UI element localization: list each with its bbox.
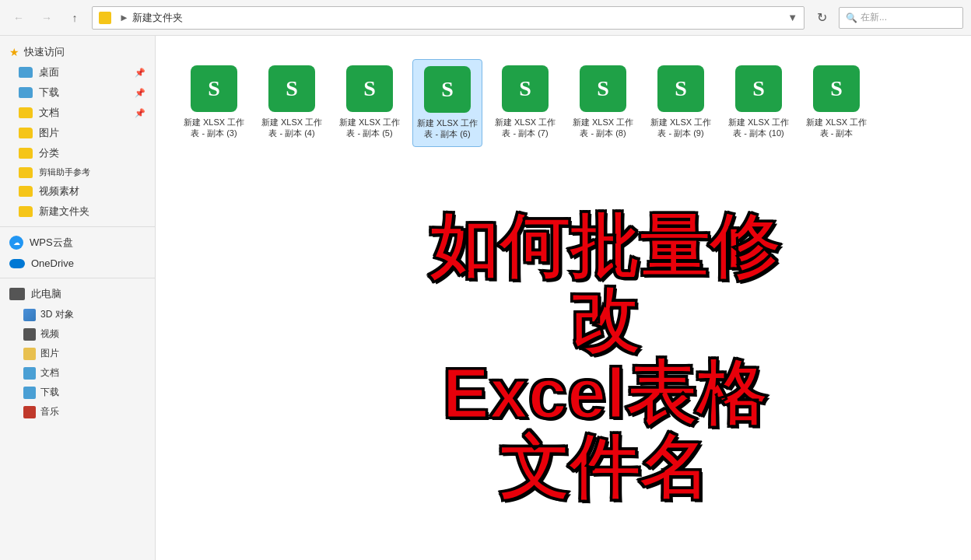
xlsx-icon-8: [813, 65, 860, 112]
file-item-8[interactable]: 新建 XLSX 工作表 - 副本: [801, 59, 871, 147]
computer-icon: [9, 288, 25, 300]
file-name-6: 新建 XLSX 工作表 - 副本 (9): [649, 117, 713, 139]
music-icon: [23, 406, 36, 418]
xlsx-icon-2: [346, 65, 393, 112]
file-item-7[interactable]: 新建 XLSX 工作表 - 副本 (10): [724, 59, 794, 147]
file-name-1: 新建 XLSX 工作表 - 副本 (4): [260, 117, 324, 139]
main-layout: ★ 快速访问 桌面 📌 下载 📌 文档 📌 图片 分类 剪: [0, 36, 971, 560]
files-grid: 新建 XLSX 工作表 - 副本 (3)新建 XLSX 工作表 - 副本 (4)…: [171, 51, 955, 155]
address-dropdown-icon[interactable]: ▼: [787, 12, 797, 23]
folder-icon-video-material: [19, 186, 33, 197]
videos-icon: [23, 328, 36, 341]
folder-icon-small: [99, 12, 111, 24]
xlsx-icon-1: [268, 65, 315, 112]
star-icon: ★: [9, 46, 19, 58]
sidebar-label-download: 下载: [39, 86, 59, 100]
sidebar-onedrive[interactable]: OneDrive: [0, 254, 155, 273]
file-item-3[interactable]: 新建 XLSX 工作表 - 副本 (6): [412, 59, 482, 147]
xlsx-icon-6: [657, 65, 704, 112]
sidebar-downloads[interactable]: 下载: [0, 383, 155, 402]
search-placeholder: 在新...: [861, 11, 887, 24]
videos-label: 视频: [40, 327, 59, 341]
sidebar-label-docs: 文档: [39, 106, 59, 120]
back-button[interactable]: ←: [8, 7, 30, 29]
wps-cloud-label: WPS云盘: [30, 236, 73, 250]
overlay-line1: 如何批量修改: [421, 210, 788, 357]
sidebar-pictures[interactable]: 图片: [0, 344, 155, 363]
folder-icon-desktop: [19, 67, 33, 78]
pictures-icon: [23, 348, 36, 360]
sidebar-item-video-material[interactable]: 视频素材: [0, 181, 155, 201]
sidebar-item-pictures[interactable]: 图片: [0, 123, 155, 143]
documents-icon: [23, 367, 36, 380]
divider-1: [0, 226, 155, 227]
sidebar-quick-access[interactable]: ★ 快速访问: [0, 42, 155, 62]
downloads-icon: [23, 387, 36, 399]
content-area: 新建 XLSX 工作表 - 副本 (3)新建 XLSX 工作表 - 副本 (4)…: [156, 36, 971, 560]
file-name-2: 新建 XLSX 工作表 - 副本 (5): [338, 117, 401, 139]
wps-cloud-icon: ☁: [9, 236, 23, 250]
sidebar-label-pictures: 图片: [39, 126, 59, 140]
documents-label: 文档: [40, 366, 59, 380]
downloads-label: 下载: [40, 386, 59, 399]
address-chevron: ►: [119, 12, 129, 23]
refresh-button[interactable]: ↻: [811, 7, 833, 29]
overlay-line2: Excel表格文件名: [421, 357, 788, 504]
sidebar-documents[interactable]: 文档: [0, 363, 155, 383]
file-item-0[interactable]: 新建 XLSX 工作表 - 副本 (3): [179, 59, 249, 147]
quick-access-label: 快速访问: [24, 45, 65, 59]
sidebar-item-docs[interactable]: 文档 📌: [0, 103, 155, 123]
overlay-text: 如何批量修改 Excel表格文件名: [421, 210, 788, 504]
file-item-2[interactable]: 新建 XLSX 工作表 - 副本 (5): [335, 59, 405, 147]
address-bar[interactable]: ► 新建文件夹 ▼: [92, 6, 804, 30]
sidebar-music[interactable]: 音乐: [0, 402, 155, 422]
onedrive-icon: [9, 259, 25, 268]
file-name-5: 新建 XLSX 工作表 - 副本 (8): [571, 117, 635, 139]
3d-objects-label: 3D 对象: [40, 308, 74, 321]
sidebar-wps-cloud[interactable]: ☁ WPS云盘: [0, 232, 155, 254]
search-bar[interactable]: 🔍 在新...: [839, 7, 963, 29]
music-label: 音乐: [40, 405, 59, 418]
sidebar-label-desktop: 桌面: [39, 65, 59, 79]
sidebar-item-clip[interactable]: 剪辑助手参考: [0, 163, 155, 181]
up-button[interactable]: ↑: [64, 7, 86, 29]
xlsx-icon-3: [424, 66, 471, 113]
forward-button[interactable]: →: [36, 7, 58, 29]
this-pc-label: 此电脑: [31, 287, 61, 301]
folder-icon-new-folder: [19, 206, 33, 217]
address-text: 新建文件夹: [132, 11, 183, 25]
file-item-4[interactable]: 新建 XLSX 工作表 - 副本 (7): [490, 59, 560, 147]
sidebar-item-download[interactable]: 下载 📌: [0, 82, 155, 103]
sidebar-item-new-folder[interactable]: 新建文件夹: [0, 201, 155, 222]
file-item-1[interactable]: 新建 XLSX 工作表 - 副本 (4): [257, 59, 327, 147]
file-name-0: 新建 XLSX 工作表 - 副本 (3): [182, 117, 246, 139]
3d-objects-icon: [23, 309, 36, 321]
folder-icon-download: [19, 87, 33, 98]
xlsx-icon-5: [580, 65, 626, 112]
pictures-label: 图片: [40, 347, 59, 360]
sidebar-label-new-folder: 新建文件夹: [39, 205, 89, 219]
sidebar-item-desktop[interactable]: 桌面 📌: [0, 62, 155, 82]
pin-icon-desktop: 📌: [135, 68, 145, 78]
sidebar-label-video-material: 视频素材: [39, 184, 79, 198]
sidebar: ★ 快速访问 桌面 📌 下载 📌 文档 📌 图片 分类 剪: [0, 36, 156, 560]
xlsx-icon-4: [502, 65, 549, 112]
sidebar-label-clip: 剪辑助手参考: [39, 166, 90, 178]
file-item-6[interactable]: 新建 XLSX 工作表 - 副本 (9): [646, 59, 716, 147]
file-name-4: 新建 XLSX 工作表 - 副本 (7): [493, 117, 557, 139]
pin-icon-download: 📌: [135, 88, 145, 98]
xlsx-icon-7: [735, 65, 782, 112]
folder-icon-category: [19, 148, 33, 159]
folder-icon-docs: [19, 107, 33, 118]
file-name-8: 新建 XLSX 工作表 - 副本: [804, 117, 868, 139]
sidebar-this-pc[interactable]: 此电脑: [0, 283, 155, 305]
sidebar-item-category[interactable]: 分类: [0, 143, 155, 163]
sidebar-videos[interactable]: 视频: [0, 324, 155, 344]
search-icon: 🔍: [846, 12, 857, 23]
file-name-3: 新建 XLSX 工作表 - 副本 (6): [416, 117, 478, 140]
folder-icon-pictures: [19, 128, 33, 138]
sidebar-3d-objects[interactable]: 3D 对象: [0, 305, 155, 324]
file-item-5[interactable]: 新建 XLSX 工作表 - 副本 (8): [568, 59, 638, 147]
title-bar: ← → ↑ ► 新建文件夹 ▼ ↻ 🔍 在新...: [0, 0, 971, 36]
xlsx-icon-0: [191, 65, 237, 112]
